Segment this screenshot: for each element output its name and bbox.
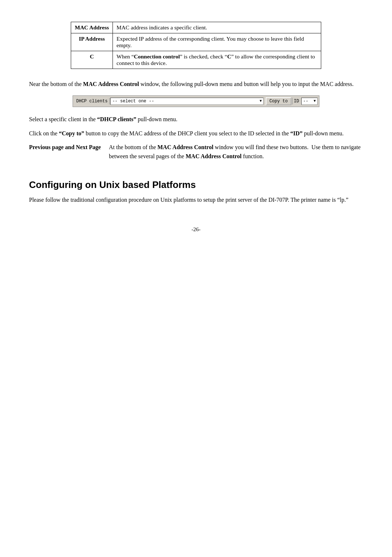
dhcp-dropdown-text: -- select one --: [112, 99, 154, 104]
id-dropdown[interactable]: -- ▼: [301, 98, 318, 105]
def-body: At the bottom of the MAC Address Control…: [109, 143, 363, 161]
intro-paragraph: Near the bottom of the MAC Address Contr…: [29, 80, 363, 89]
ip-description: Expected IP address of the corresponding…: [113, 33, 321, 51]
section-heading: Configuring on Unix based Platforms: [29, 179, 363, 191]
page-number: -26-: [29, 226, 363, 233]
def-term: Previous page and Next Page: [29, 143, 109, 161]
c-label: C: [71, 51, 113, 69]
dhcp-widget: DHCP clients -- select one -- ▼ Copy to …: [73, 95, 319, 107]
table-row-ip: IP Address Expected IP address of the co…: [71, 33, 321, 51]
dhcp-clients-label: DHCP clients: [74, 98, 110, 105]
id-dropdown-arrow: ▼: [314, 99, 316, 103]
id-dropdown-text: --: [303, 99, 308, 104]
id-label: ID: [292, 98, 301, 105]
dhcp-dropdown[interactable]: -- select one -- ▼: [110, 98, 264, 105]
section-body: Please follow the traditional configurat…: [29, 196, 363, 205]
c-description: When “Connection control” is checked, ch…: [113, 51, 321, 69]
mac-label: MAC Address: [71, 22, 113, 33]
page-content: MAC Address MAC address indicates a spec…: [29, 22, 363, 233]
table-row-mac: MAC Address MAC address indicates a spec…: [71, 22, 321, 33]
def-paragraph: Previous page and Next Page At the botto…: [29, 143, 363, 161]
mac-description: MAC address indicates a specific client.: [113, 22, 321, 33]
click-paragraph: Click on the “Copy to” button to copy th…: [29, 129, 363, 138]
ip-label: IP Address: [71, 33, 113, 51]
info-table: MAC Address MAC address indicates a spec…: [71, 22, 321, 69]
copy-to-button[interactable]: Copy to: [266, 97, 291, 105]
select-paragraph: Select a specific client in the “DHCP cl…: [29, 115, 363, 124]
table-row-c: C When “Connection control” is checked, …: [71, 51, 321, 69]
dhcp-dropdown-arrow: ▼: [260, 99, 262, 103]
